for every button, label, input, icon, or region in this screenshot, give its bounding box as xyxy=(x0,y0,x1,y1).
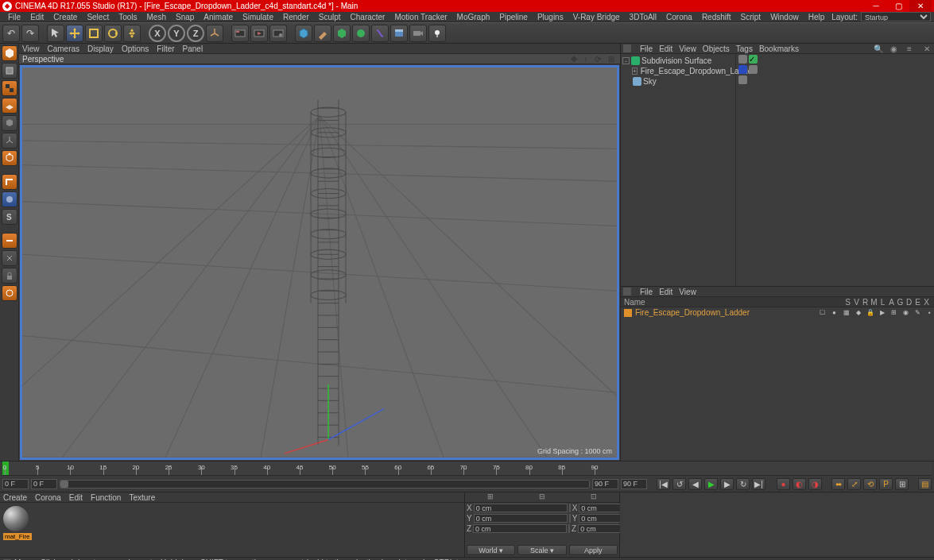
menu-tools[interactable]: Tools xyxy=(114,13,141,21)
panel-grip-icon[interactable] xyxy=(623,288,631,295)
menu-create[interactable]: Create xyxy=(48,13,82,21)
redo-button[interactable]: ↷ xyxy=(21,25,39,42)
current-frame-input[interactable] xyxy=(31,479,57,489)
key-param-button[interactable]: P xyxy=(879,478,893,490)
layer-flag-l[interactable]: 🔒 xyxy=(866,308,874,317)
axis-mode-button[interactable] xyxy=(2,133,17,149)
select-tool[interactable] xyxy=(47,25,64,42)
close-button[interactable]: ✕ xyxy=(909,0,932,12)
menu-window[interactable]: Window xyxy=(765,13,804,21)
deformer-button[interactable] xyxy=(371,25,389,42)
layermenu-file[interactable]: File xyxy=(640,288,653,296)
menu-plugins[interactable]: Plugins xyxy=(533,13,568,21)
goto-end-button[interactable]: ▶| xyxy=(752,478,765,490)
objmenu-file[interactable]: File xyxy=(640,44,653,53)
layer-row[interactable]: Fire_Escape_Dropdown_Ladder☐●▦◆🔒▶⊞◉✎▪ xyxy=(621,307,934,318)
search-icon[interactable]: 🔍 xyxy=(874,44,882,52)
keyselection-button[interactable]: ◑ xyxy=(808,478,822,490)
object-tree[interactable]: -Subdivision Surface+Fire_Escape_Dropdow… xyxy=(621,54,934,286)
expand-toggle[interactable]: + xyxy=(632,68,638,75)
menu-3dtoall[interactable]: 3DToAll xyxy=(625,13,661,21)
rotate-tool[interactable] xyxy=(104,25,122,42)
poly-mode-button[interactable] xyxy=(2,191,17,207)
layer-flag-m[interactable]: ◆ xyxy=(854,308,862,317)
autokey-button[interactable]: ◐ xyxy=(793,478,806,490)
layout-select[interactable]: Startup xyxy=(861,12,931,21)
scale-tool[interactable] xyxy=(85,25,103,42)
coord-input[interactable] xyxy=(474,504,568,512)
panel-grip-icon[interactable] xyxy=(623,44,631,52)
lastused-tool[interactable] xyxy=(123,25,141,42)
layer-flag-a[interactable]: ▶ xyxy=(878,308,886,317)
camera-button[interactable] xyxy=(409,25,427,42)
model-mode-button[interactable] xyxy=(2,63,17,79)
objmenu-tags[interactable]: Tags xyxy=(736,44,753,53)
goto-start-button[interactable]: |◀ xyxy=(657,478,670,490)
matmenu-create[interactable]: Create xyxy=(3,493,27,502)
light-button[interactable] xyxy=(428,25,446,42)
spinner-icon[interactable] xyxy=(569,514,571,523)
spinner-icon[interactable] xyxy=(569,504,571,512)
viewport[interactable]: Grid Spacing : 1000 cm xyxy=(20,65,619,460)
menu-edit[interactable]: Edit xyxy=(25,13,48,21)
menu-file[interactable]: File xyxy=(3,13,25,21)
matmenu-corona[interactable]: Corona xyxy=(35,493,61,502)
menu-redshift[interactable]: Redshift xyxy=(697,13,736,21)
key-pos-button[interactable]: ⬌ xyxy=(831,478,845,490)
menu-snap[interactable]: Snap xyxy=(171,13,199,21)
panel-close-icon[interactable]: ✕ xyxy=(924,44,932,52)
objmenu-view[interactable]: View xyxy=(679,44,696,53)
menu-corona[interactable]: Corona xyxy=(661,13,697,21)
move-tool[interactable] xyxy=(66,25,83,42)
matmenu-edit[interactable]: Edit xyxy=(69,493,83,502)
view-nav-icon[interactable]: ✥ ↕ ⟳ ⊞ xyxy=(571,55,617,64)
coord-apply-button[interactable]: Apply xyxy=(569,545,618,555)
spinner-icon[interactable] xyxy=(568,524,570,533)
material-label[interactable]: mat_Fire xyxy=(3,533,32,540)
environment-button[interactable] xyxy=(390,25,408,42)
layer-flag-e[interactable]: ✎ xyxy=(913,308,922,317)
layer-flag-d[interactable]: ◉ xyxy=(901,308,910,317)
workplane-button[interactable] xyxy=(2,98,17,114)
menu-render[interactable]: Render xyxy=(278,13,314,21)
layer-flag-v[interactable]: ● xyxy=(830,308,839,317)
maximize-button[interactable]: ▢ xyxy=(887,0,909,12)
make-editable-button[interactable] xyxy=(2,45,17,61)
coord-scale-button[interactable]: Scale ▾ xyxy=(517,545,566,555)
goto-nextkey-button[interactable]: ↻ xyxy=(736,478,750,490)
material-list[interactable]: mat_Fire xyxy=(0,503,464,557)
generator-button[interactable] xyxy=(333,25,351,42)
menu-mograph[interactable]: MoGraph xyxy=(452,13,495,21)
snap-button[interactable] xyxy=(2,250,17,266)
tweak-button[interactable] xyxy=(2,233,17,249)
soft-select-button[interactable] xyxy=(2,285,17,301)
goto-prevkey-button[interactable]: ↺ xyxy=(672,478,686,490)
menu-select[interactable]: Select xyxy=(82,13,114,21)
coord-input[interactable] xyxy=(474,514,568,523)
range-slider[interactable] xyxy=(60,480,590,489)
coord-system-button[interactable] xyxy=(206,25,223,42)
layer-flag-r[interactable]: ▦ xyxy=(842,308,851,317)
objmenu-bookmarks[interactable]: Bookmarks xyxy=(759,44,799,53)
menu-help[interactable]: Help xyxy=(804,13,830,21)
layermenu-view[interactable]: View xyxy=(679,288,696,296)
coord-input[interactable] xyxy=(473,524,567,533)
timeline-options-button[interactable]: ▤ xyxy=(918,478,932,490)
layer-flag-x[interactable]: ▪ xyxy=(925,308,934,317)
menu-motion-tracker[interactable]: Motion Tracker xyxy=(389,13,451,21)
menu-sculpt[interactable]: Sculpt xyxy=(314,13,346,21)
layer-flag-s[interactable]: ☐ xyxy=(818,308,827,317)
object-row[interactable]: Sky xyxy=(621,76,735,87)
minimize-button[interactable]: ─ xyxy=(865,0,887,12)
objmenu-objects[interactable]: Objects xyxy=(703,44,730,53)
texture-mode-button[interactable] xyxy=(2,80,17,96)
next-frame-button[interactable]: ▶ xyxy=(720,478,734,490)
range-start-input[interactable] xyxy=(2,479,29,489)
time-ruler[interactable]: 051015202530354045505560657075808590 xyxy=(2,462,932,476)
viewmenu-options[interactable]: Options xyxy=(122,44,149,53)
menu-pipeline[interactable]: Pipeline xyxy=(494,13,533,21)
point-mode-button[interactable] xyxy=(2,150,17,166)
uv-mode-button[interactable]: S xyxy=(2,209,17,225)
expand-toggle[interactable]: - xyxy=(622,57,630,64)
coord-world-button[interactable]: World ▾ xyxy=(467,545,515,555)
